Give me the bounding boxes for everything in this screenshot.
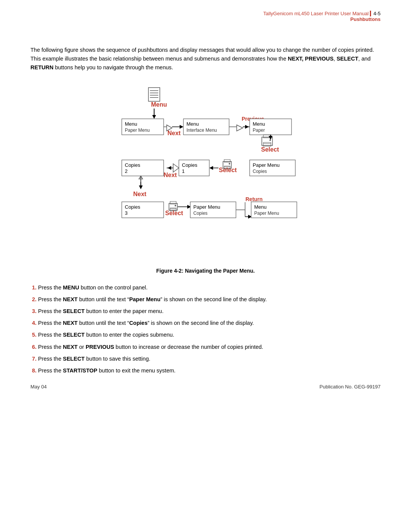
figure-caption: Figure 4-2: Navigating the Paper Menu.	[30, 268, 381, 274]
step-2: Press the NEXT button until the text “Pa…	[38, 295, 381, 304]
step-3: Press the SELECT button to enter the pap…	[38, 307, 381, 316]
page-footer: May 04 Publication No. GEG-99197	[30, 384, 381, 390]
svg-text:Menu: Menu	[253, 121, 265, 127]
svg-text:1: 1	[182, 168, 185, 174]
svg-marker-13	[180, 125, 183, 129]
page-header: TallyGenicom mL450 Laser Printer User Ma…	[263, 11, 381, 22]
page-number: 4-5	[373, 11, 381, 16]
svg-text:Interface Menu: Interface Menu	[186, 128, 217, 133]
svg-rect-0	[148, 88, 160, 101]
svg-text:Copies: Copies	[125, 162, 140, 168]
manual-title: TallyGenicom mL450 Laser Printer User Ma…	[263, 11, 369, 16]
menu-top-label: Menu	[151, 101, 167, 108]
svg-marker-20	[237, 125, 243, 131]
svg-text:Select: Select	[165, 210, 183, 216]
svg-point-41	[229, 163, 230, 165]
svg-text:Next: Next	[164, 172, 177, 178]
footer-publication: Publication No. GEG-99197	[320, 384, 381, 390]
footer-date: May 04	[30, 384, 47, 390]
intro-paragraph: The following figure shows the sequence …	[30, 46, 381, 72]
steps-list: Press the MENU button on the control pan…	[38, 283, 381, 375]
step-7: Press the SELECT button to save this set…	[38, 355, 381, 363]
svg-text:Select: Select	[261, 146, 279, 153]
svg-text:Menu: Menu	[186, 121, 199, 127]
svg-marker-58	[139, 185, 143, 189]
diagram-wrapper: Menu Menu Paper Menu Next Menu Interface…	[30, 84, 381, 260]
svg-text:Paper: Paper	[253, 128, 265, 133]
svg-text:Return: Return	[245, 196, 263, 202]
svg-rect-38	[224, 160, 230, 162]
svg-text:Paper Menu: Paper Menu	[125, 128, 150, 133]
svg-text:Copies: Copies	[125, 204, 140, 210]
svg-marker-50	[167, 166, 171, 170]
svg-text:Copies: Copies	[193, 211, 207, 216]
svg-marker-44	[209, 166, 213, 170]
svg-marker-22	[245, 125, 249, 129]
svg-text:2: 2	[125, 168, 127, 174]
svg-text:Paper Menu: Paper Menu	[253, 162, 280, 168]
step-8: Press the START/STOP button to exit the …	[38, 366, 381, 375]
svg-text:Next: Next	[133, 191, 147, 197]
step-1: Press the MENU button on the control pan…	[38, 283, 381, 292]
svg-marker-6	[152, 115, 156, 119]
svg-text:3: 3	[125, 210, 127, 216]
svg-marker-48	[173, 164, 179, 172]
step-4: Press the NEXT button until the text “Co…	[38, 319, 381, 328]
svg-text:Copies: Copies	[182, 162, 198, 168]
svg-rect-64	[170, 201, 176, 204]
section-title: Pushbuttons	[350, 16, 381, 22]
navigation-diagram: Menu Menu Paper Menu Next Menu Interface…	[72, 84, 339, 259]
svg-point-30	[269, 139, 271, 141]
svg-point-67	[175, 205, 176, 206]
svg-text:Menu: Menu	[254, 204, 267, 210]
svg-text:Select: Select	[219, 167, 237, 173]
step-5: Press the SELECT button to enter the cop…	[38, 331, 381, 339]
svg-text:Paper Menu: Paper Menu	[193, 204, 220, 210]
svg-text:Paper Menu: Paper Menu	[254, 211, 279, 216]
svg-text:Next: Next	[167, 130, 181, 136]
svg-text:Menu: Menu	[125, 121, 137, 127]
step-6: Press the NEXT or PREVIOUS button to inc…	[38, 343, 381, 351]
svg-text:Copies: Copies	[253, 169, 267, 174]
